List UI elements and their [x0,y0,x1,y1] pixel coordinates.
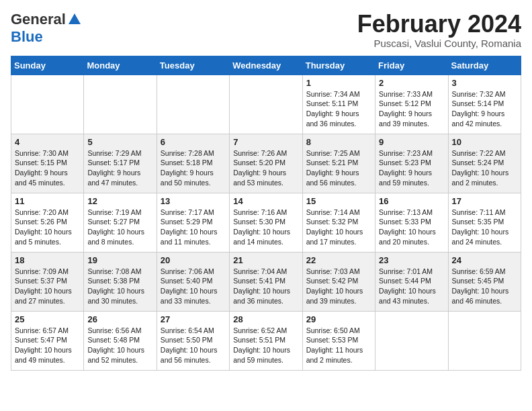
calendar-cell: 10Sunrise: 7:22 AM Sunset: 5:24 PM Dayli… [448,134,521,193]
calendar-cell: 8Sunrise: 7:25 AM Sunset: 5:21 PM Daylig… [302,134,375,193]
day-info: Sunrise: 7:23 AM Sunset: 5:23 PM Dayligh… [379,148,444,188]
calendar-cell: 14Sunrise: 7:16 AM Sunset: 5:30 PM Dayli… [230,193,302,252]
day-number: 22 [306,255,371,265]
day-info: Sunrise: 7:32 AM Sunset: 5:14 PM Dayligh… [452,89,517,129]
day-info: Sunrise: 6:50 AM Sunset: 5:53 PM Dayligh… [306,326,371,365]
day-header-thursday: Thursday [302,56,375,75]
logo-general: General [11,11,66,28]
day-info: Sunrise: 6:59 AM Sunset: 5:45 PM Dayligh… [452,267,517,306]
day-info: Sunrise: 7:30 AM Sunset: 5:15 PM Dayligh… [15,148,80,188]
calendar-cell: 2Sunrise: 7:33 AM Sunset: 5:12 PM Daylig… [375,75,448,134]
day-number: 29 [306,314,371,324]
calendar-cell [375,311,448,370]
day-info: Sunrise: 7:19 AM Sunset: 5:27 PM Dayligh… [87,208,152,247]
calendar-table: SundayMondayTuesdayWednesdayThursdayFrid… [11,56,521,371]
day-header-monday: Monday [84,56,157,75]
day-number: 28 [233,314,298,324]
calendar-cell: 19Sunrise: 7:08 AM Sunset: 5:38 PM Dayli… [84,252,157,311]
day-number: 26 [87,314,152,324]
day-info: Sunrise: 7:16 AM Sunset: 5:30 PM Dayligh… [233,208,298,247]
day-number: 14 [233,196,298,206]
month-title: February 2024 [357,11,521,38]
day-number: 10 [452,137,517,147]
day-info: Sunrise: 6:54 AM Sunset: 5:50 PM Dayligh… [161,326,226,365]
day-info: Sunrise: 6:56 AM Sunset: 5:48 PM Dayligh… [87,326,152,365]
day-info: Sunrise: 7:26 AM Sunset: 5:20 PM Dayligh… [233,148,298,188]
day-info: Sunrise: 6:52 AM Sunset: 5:51 PM Dayligh… [233,326,298,365]
day-info: Sunrise: 7:09 AM Sunset: 5:37 PM Dayligh… [15,267,80,306]
day-number: 9 [379,137,444,147]
day-number: 24 [452,255,517,265]
day-number: 8 [306,137,371,147]
day-info: Sunrise: 7:29 AM Sunset: 5:17 PM Dayligh… [87,148,152,188]
day-number: 23 [379,255,444,265]
week-row-4: 18Sunrise: 7:09 AM Sunset: 5:37 PM Dayli… [11,252,521,311]
calendar-cell: 24Sunrise: 6:59 AM Sunset: 5:45 PM Dayli… [448,252,521,311]
day-number: 11 [15,196,80,206]
day-number: 6 [161,137,226,147]
page-header: General Blue February 2024 Puscasi, Vasl… [11,11,521,49]
calendar-cell: 12Sunrise: 7:19 AM Sunset: 5:27 PM Dayli… [84,193,157,252]
calendar-cell: 1Sunrise: 7:34 AM Sunset: 5:11 PM Daylig… [302,75,375,134]
day-info: Sunrise: 7:08 AM Sunset: 5:38 PM Dayligh… [87,267,152,306]
calendar-cell: 4Sunrise: 7:30 AM Sunset: 5:15 PM Daylig… [11,134,84,193]
calendar-header-row: SundayMondayTuesdayWednesdayThursdayFrid… [11,56,521,75]
calendar-cell: 3Sunrise: 7:32 AM Sunset: 5:14 PM Daylig… [448,75,521,134]
calendar-cell: 18Sunrise: 7:09 AM Sunset: 5:37 PM Dayli… [11,252,84,311]
day-info: Sunrise: 7:01 AM Sunset: 5:44 PM Dayligh… [379,267,444,306]
day-info: Sunrise: 7:20 AM Sunset: 5:26 PM Dayligh… [15,208,80,247]
day-info: Sunrise: 7:13 AM Sunset: 5:33 PM Dayligh… [379,208,444,247]
day-info: Sunrise: 7:03 AM Sunset: 5:42 PM Dayligh… [306,267,371,306]
day-number: 4 [15,137,80,147]
logo-blue: Blue [11,28,43,46]
location-subtitle: Puscasi, Vaslui County, Romania [357,38,521,49]
calendar-cell [11,75,84,134]
week-row-2: 4Sunrise: 7:30 AM Sunset: 5:15 PM Daylig… [11,134,521,193]
calendar-cell: 17Sunrise: 7:11 AM Sunset: 5:35 PM Dayli… [448,193,521,252]
day-number: 13 [161,196,226,206]
day-info: Sunrise: 7:25 AM Sunset: 5:21 PM Dayligh… [306,148,371,188]
day-number: 7 [233,137,298,147]
day-header-sunday: Sunday [11,56,84,75]
week-row-3: 11Sunrise: 7:20 AM Sunset: 5:26 PM Dayli… [11,193,521,252]
day-info: Sunrise: 7:22 AM Sunset: 5:24 PM Dayligh… [452,148,517,188]
calendar-cell [230,75,302,134]
day-number: 19 [87,255,152,265]
day-number: 16 [379,196,444,206]
calendar-cell: 27Sunrise: 6:54 AM Sunset: 5:50 PM Dayli… [157,311,229,370]
calendar-cell: 26Sunrise: 6:56 AM Sunset: 5:48 PM Dayli… [84,311,157,370]
day-number: 17 [452,196,517,206]
calendar-cell: 11Sunrise: 7:20 AM Sunset: 5:26 PM Dayli… [11,193,84,252]
day-number: 21 [233,255,298,265]
week-row-1: 1Sunrise: 7:34 AM Sunset: 5:11 PM Daylig… [11,75,521,134]
day-header-wednesday: Wednesday [230,56,302,75]
calendar-cell: 28Sunrise: 6:52 AM Sunset: 5:51 PM Dayli… [230,311,302,370]
logo: General Blue [11,11,82,46]
calendar-cell [448,311,521,370]
calendar-cell: 13Sunrise: 7:17 AM Sunset: 5:29 PM Dayli… [157,193,229,252]
calendar-cell: 9Sunrise: 7:23 AM Sunset: 5:23 PM Daylig… [375,134,448,193]
day-header-saturday: Saturday [448,56,521,75]
calendar-cell: 15Sunrise: 7:14 AM Sunset: 5:32 PM Dayli… [302,193,375,252]
day-number: 15 [306,196,371,206]
svg-marker-0 [69,13,81,24]
title-area: February 2024 Puscasi, Vaslui County, Ro… [357,11,521,49]
day-header-tuesday: Tuesday [157,56,229,75]
calendar-cell: 6Sunrise: 7:28 AM Sunset: 5:18 PM Daylig… [157,134,229,193]
day-number: 2 [379,78,444,88]
day-number: 25 [15,314,80,324]
calendar-cell: 21Sunrise: 7:04 AM Sunset: 5:41 PM Dayli… [230,252,302,311]
day-number: 12 [87,196,152,206]
calendar-cell: 23Sunrise: 7:01 AM Sunset: 5:44 PM Dayli… [375,252,448,311]
calendar-cell: 20Sunrise: 7:06 AM Sunset: 5:40 PM Dayli… [157,252,229,311]
day-number: 5 [87,137,152,147]
day-number: 20 [161,255,226,265]
calendar-cell: 16Sunrise: 7:13 AM Sunset: 5:33 PM Dayli… [375,193,448,252]
logo-icon [67,12,82,27]
day-number: 1 [306,78,371,88]
day-header-friday: Friday [375,56,448,75]
day-number: 18 [15,255,80,265]
day-info: Sunrise: 7:28 AM Sunset: 5:18 PM Dayligh… [161,148,226,188]
calendar-body: 1Sunrise: 7:34 AM Sunset: 5:11 PM Daylig… [11,75,521,370]
calendar-cell: 5Sunrise: 7:29 AM Sunset: 5:17 PM Daylig… [84,134,157,193]
